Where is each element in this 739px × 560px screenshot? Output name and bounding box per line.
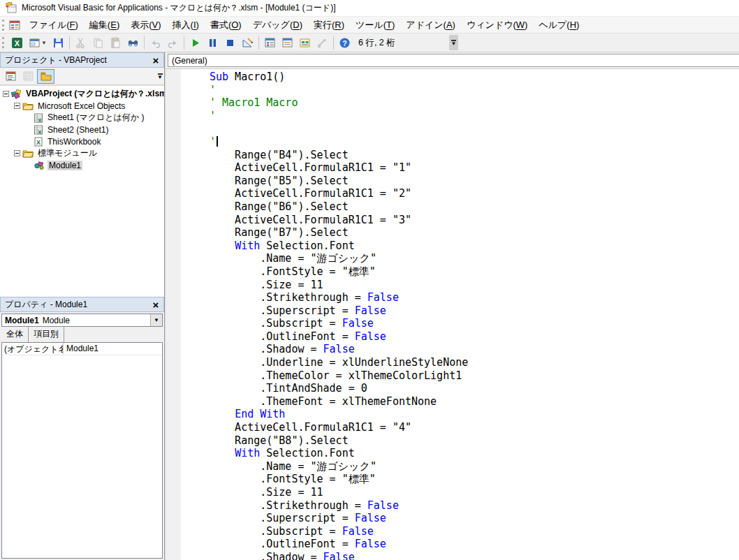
- child-window-icon[interactable]: [9, 20, 21, 31]
- run-button[interactable]: [186, 35, 204, 51]
- code-line[interactable]: .FontStyle = "標準": [210, 265, 739, 279]
- menu-o[interactable]: 書式(O): [205, 17, 247, 32]
- code-line[interactable]: .FontStyle = "標準": [210, 473, 739, 486]
- code-line[interactable]: .Subscript = False: [210, 317, 739, 330]
- code-line[interactable]: Range("B4").Select: [210, 149, 739, 162]
- copy-button[interactable]: [89, 35, 107, 51]
- object-browser-button[interactable]: [296, 35, 314, 51]
- toolbar-overflow-button[interactable]: ▼: [449, 35, 458, 50]
- tree-item-label[interactable]: Sheet1 (マクロとは何か ): [46, 112, 145, 124]
- menu-r[interactable]: 実行(R): [308, 17, 350, 32]
- save-button[interactable]: [50, 35, 67, 51]
- menu-a[interactable]: アドイン(A): [400, 17, 461, 32]
- code-line[interactable]: .OutlineFont = False: [210, 330, 739, 344]
- tree-row[interactable]: Microsoft Excel Objects: [0, 100, 164, 112]
- tree-item-label[interactable]: Sheet2 (Sheet1): [46, 125, 110, 135]
- tree-item-label[interactable]: Microsoft Excel Objects: [36, 101, 126, 111]
- code-line[interactable]: [210, 122, 739, 135]
- project-explorer-button[interactable]: [261, 35, 279, 51]
- redo-button[interactable]: [164, 35, 182, 51]
- toolbar-grip[interactable]: [2, 37, 6, 48]
- collapse-expander-icon[interactable]: [14, 103, 20, 109]
- code-line[interactable]: .Superscript = False: [210, 304, 739, 318]
- tree-item-label[interactable]: Module1: [47, 161, 82, 170]
- menubar-grip[interactable]: [2, 20, 6, 31]
- code-line[interactable]: .ThemeFont = xlThemeFontNone: [210, 395, 739, 408]
- reset-button[interactable]: [221, 35, 239, 51]
- code-line[interactable]: .Superscript = False: [210, 512, 739, 525]
- menu-e[interactable]: 編集(E): [84, 17, 125, 32]
- toolbox-button[interactable]: [314, 35, 331, 51]
- code-line[interactable]: Range("B6").Select: [210, 200, 739, 214]
- tree-row[interactable]: XSheet2 (Sheet1): [0, 124, 164, 135]
- menu-f[interactable]: ファイル(F): [24, 17, 84, 32]
- menu-t[interactable]: ツール(T): [350, 17, 400, 32]
- code-line[interactable]: ActiveCell.FormulaR1C1 = "4": [210, 421, 739, 434]
- menu-h[interactable]: ヘルプ(H): [533, 17, 585, 32]
- view-code-button[interactable]: [2, 69, 20, 84]
- tab-alphabetic[interactable]: 全体: [1, 327, 29, 342]
- code-line[interactable]: .Size = 11: [210, 486, 739, 499]
- code-line[interactable]: End With: [210, 408, 739, 421]
- code-line[interactable]: ': [210, 135, 739, 149]
- code-line[interactable]: .ThemeColor = xlThemeColorLight1: [210, 369, 739, 383]
- insert-userform-button[interactable]: ▼: [26, 35, 50, 51]
- property-value-cell[interactable]: Module1: [64, 343, 162, 355]
- code-line[interactable]: .Shadow = False: [210, 343, 739, 356]
- code-line[interactable]: Range("B8").Select: [210, 434, 739, 448]
- code-line[interactable]: .Size = 11: [210, 279, 739, 292]
- code-line[interactable]: .OutlineFont = False: [210, 538, 739, 551]
- property-row[interactable]: (オブジェクト名) Module1: [2, 343, 162, 355]
- code-line[interactable]: .Strikethrough = False: [210, 499, 739, 513]
- code-line[interactable]: .TintAndShade = 0: [210, 382, 739, 395]
- code-line[interactable]: .Subscript = False: [210, 525, 739, 538]
- code-line[interactable]: .Name = "游ゴシック": [210, 252, 739, 265]
- general-dropdown[interactable]: (General): [168, 54, 739, 67]
- tree-row[interactable]: VBAProject (マクロとは何か？.xlsm): [0, 88, 164, 100]
- tree-item-label[interactable]: VBAProject (マクロとは何か？.xlsm): [24, 88, 164, 100]
- code-line[interactable]: .Underline = xlUnderlineStyleNone: [210, 356, 739, 369]
- menu-d[interactable]: デバッグ(D): [247, 17, 308, 32]
- tree-row[interactable]: Module1: [0, 159, 164, 171]
- code-text[interactable]: Sub Macro1()'' Macro1 Macro'' Range("B4"…: [181, 69, 739, 560]
- design-mode-button[interactable]: [239, 35, 256, 51]
- project-panel-close-icon[interactable]: ×: [149, 54, 163, 66]
- code-line[interactable]: .Strikethrough = False: [210, 291, 739, 304]
- code-line[interactable]: With Selection.Font: [210, 240, 739, 253]
- code-line[interactable]: ': [210, 84, 739, 97]
- tab-categorized[interactable]: 項目別: [29, 327, 64, 342]
- code-line[interactable]: .Shadow = False: [210, 551, 739, 560]
- tree-item-label[interactable]: 標準モジュール: [36, 147, 98, 159]
- menu-v[interactable]: 表示(V): [125, 17, 166, 32]
- tree-row[interactable]: 標準モジュール: [0, 147, 164, 159]
- object-selector-dropdown-icon[interactable]: ▼: [150, 314, 162, 326]
- code-margin-bar[interactable]: [166, 69, 181, 560]
- help-button[interactable]: ?: [336, 35, 353, 51]
- code-line[interactable]: Range("B7").Select: [210, 226, 739, 240]
- collapse-expander-icon[interactable]: [3, 91, 9, 97]
- project-toolbar-overflow-button[interactable]: ▼: [157, 73, 163, 80]
- tree-row[interactable]: XSheet1 (マクロとは何か ): [0, 112, 164, 124]
- code-line[interactable]: Range("B5").Select: [210, 175, 739, 188]
- object-selector-combo[interactable]: Module1 Module ▼: [1, 314, 163, 327]
- find-button[interactable]: [124, 35, 142, 51]
- excel-view-button[interactable]: X: [8, 35, 26, 51]
- code-line[interactable]: ': [210, 110, 739, 123]
- code-line[interactable]: ' Macro1 Macro: [210, 96, 739, 110]
- menu-w[interactable]: ウィンドウ(W): [461, 17, 533, 32]
- code-line[interactable]: With Selection.Font: [210, 447, 739, 460]
- toggle-folders-button[interactable]: [37, 69, 54, 84]
- cut-button[interactable]: [72, 35, 89, 51]
- undo-button[interactable]: [147, 35, 164, 51]
- view-object-button[interactable]: [20, 69, 37, 84]
- code-line[interactable]: .Name = "游ゴシック": [210, 460, 739, 473]
- properties-window-button[interactable]: [279, 35, 296, 51]
- paste-button[interactable]: [107, 35, 124, 51]
- code-area[interactable]: Sub Macro1()'' Macro1 Macro'' Range("B4"…: [166, 69, 739, 560]
- code-line[interactable]: Sub Macro1(): [210, 71, 739, 84]
- collapse-expander-icon[interactable]: [14, 150, 20, 156]
- tree-row[interactable]: XThisWorkbook: [0, 135, 164, 147]
- properties-panel-close-icon[interactable]: ×: [149, 298, 163, 311]
- menu-i[interactable]: 挿入(I): [167, 17, 205, 32]
- code-line[interactable]: ActiveCell.FormulaR1C1 = "1": [210, 161, 739, 175]
